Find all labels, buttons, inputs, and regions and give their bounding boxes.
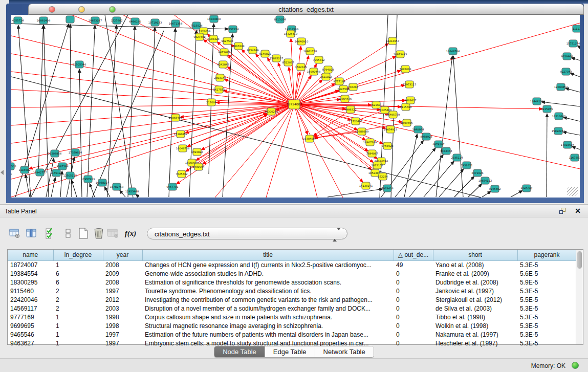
- graph-node[interactable]: 16046756: [176, 145, 189, 152]
- table-row[interactable]: 911546021997Tourette syndrome. Phenomeno…: [8, 287, 576, 295]
- graph-node[interactable]: 7986322: [344, 106, 356, 113]
- graph-node[interactable]: 6497568: [337, 85, 349, 93]
- graph-node[interactable]: 7932621: [461, 162, 472, 169]
- graph-node[interactable]: 1562615: [295, 63, 307, 71]
- graph-node[interactable]: 8215955: [541, 105, 553, 113]
- graph-node[interactable]: 1145194: [50, 169, 62, 177]
- column-header-in-degree[interactable]: in_degree: [53, 250, 103, 260]
- graph-node[interactable]: 2935114: [451, 154, 463, 161]
- column-header-year[interactable]: year: [103, 250, 142, 260]
- graph-node[interactable]: 17957223: [81, 176, 95, 183]
- graph-node[interactable]: 17016504: [561, 141, 575, 148]
- graph-node[interactable]: 9245082: [520, 185, 532, 192]
- graph-node[interactable]: 20891406: [37, 17, 50, 24]
- graph-node[interactable]: 62160: [372, 101, 381, 108]
- graph-node[interactable]: 1840954: [412, 126, 424, 133]
- graph-node[interactable]: 12973115: [403, 81, 416, 88]
- graph-node[interactable]: 2867608: [232, 42, 244, 50]
- column-header-short[interactable]: short: [433, 250, 517, 260]
- tab-node-table[interactable]: Node Table: [214, 346, 265, 357]
- graph-node[interactable]: 7857224: [227, 26, 239, 33]
- graph-node[interactable]: 1621022: [320, 73, 332, 80]
- graph-node[interactable]: 6879197: [432, 141, 444, 148]
- network-window[interactable]: citations_edges.txt 40557242089140610653…: [6, 4, 584, 203]
- graph-node[interactable]: 9777169: [333, 78, 345, 85]
- graph-node[interactable]: 9463627: [404, 97, 416, 104]
- graph-node[interactable]: 17359924: [69, 149, 82, 156]
- table-vertical-scrollbar[interactable]: [576, 250, 583, 344]
- graph-node[interactable]: 15166852: [174, 130, 187, 138]
- graph-node[interactable]: 9457791: [166, 183, 178, 190]
- column-header-out-de-[interactable]: △ out_de...: [394, 250, 433, 260]
- graph-node[interactable]: 1115682: [18, 166, 30, 173]
- graph-node[interactable]: 20206856: [48, 150, 61, 157]
- graph-node[interactable]: 19384554: [303, 135, 317, 142]
- graph-node[interactable]: 9827508: [193, 33, 205, 40]
- delete-table-icon[interactable]: [93, 227, 105, 240]
- graph-node[interactable]: 8471026: [471, 169, 483, 177]
- graph-node[interactable]: 1615152: [371, 162, 383, 169]
- graph-node[interactable]: 10688609: [355, 128, 368, 135]
- graph-node[interactable]: 16671358: [169, 20, 182, 27]
- graph-node[interactable]: 10654112: [478, 177, 492, 184]
- network-window-titlebar[interactable]: citations_edges.txt: [28, 4, 584, 15]
- graph-node[interactable]: 16990448: [307, 68, 320, 75]
- graph-node[interactable]: 9227343: [560, 68, 572, 75]
- graph-node[interactable]: 12444136: [530, 98, 543, 105]
- table-row[interactable]: 1830029562008Estimation of significance …: [8, 278, 576, 287]
- graph-node[interactable]: 9397588: [56, 163, 68, 170]
- graph-node[interactable]: 746266: [348, 83, 358, 91]
- graph-node[interactable]: 11123: [573, 25, 580, 32]
- graph-node[interactable]: 9794028: [322, 66, 334, 73]
- function-builder-icon[interactable]: f(x): [124, 227, 137, 240]
- network-canvas[interactable]: 4055724208914061065328715276026466160107…: [11, 15, 580, 198]
- graph-node[interactable]: 1167553: [569, 154, 580, 161]
- graph-node[interactable]: 9242845: [217, 61, 229, 68]
- graph-node[interactable]: 16782753: [110, 183, 123, 190]
- graph-node[interactable]: 12213957: [386, 37, 399, 45]
- graph-node[interactable]: 15885207: [270, 55, 283, 62]
- table-row[interactable]: 1938455462009Genome-wide association stu…: [8, 269, 576, 278]
- graph-node[interactable]: 12923448: [125, 188, 139, 195]
- graph-node[interactable]: 15892971: [552, 127, 565, 135]
- float-window-icon[interactable]: [559, 208, 567, 214]
- graph-node[interactable]: 2803144: [214, 74, 226, 81]
- graph-node[interactable]: 16033809: [207, 15, 221, 23]
- graph-node[interactable]: 16210643: [552, 113, 565, 120]
- graph-node[interactable]: 9427552: [213, 86, 225, 93]
- tab-edge-table[interactable]: Edge Table: [265, 346, 315, 357]
- graph-node[interactable]: 16648784: [446, 48, 460, 55]
- select-columns-checklist-icon[interactable]: [44, 227, 56, 240]
- new-table-icon[interactable]: [77, 227, 90, 240]
- graph-node[interactable]: 9756928: [381, 142, 393, 149]
- graph-node[interactable]: 1490994: [192, 163, 205, 170]
- graph-node[interactable]: 9329966: [561, 53, 573, 60]
- graph-node[interactable]: 8813054: [274, 16, 286, 23]
- table-options-icon[interactable]: [9, 227, 21, 240]
- graph-node[interactable]: 8454749: [247, 47, 258, 54]
- graph-node[interactable]: 252254: [378, 173, 388, 180]
- table-row[interactable]: 1872400712008Changes of HCN gene express…: [8, 260, 576, 269]
- column-header-name[interactable]: name: [8, 250, 53, 260]
- graph-node[interactable]: 9699695: [401, 119, 412, 126]
- tab-network-table[interactable]: Network Table: [315, 346, 374, 357]
- graph-node[interactable]: 12093852: [554, 83, 568, 91]
- graph-node[interactable]: 13942757: [33, 169, 47, 176]
- table-row[interactable]: 1456911722003Disruption of a novel membe…: [8, 304, 576, 313]
- graph-node[interactable]: 7955812: [313, 56, 324, 63]
- graph-node[interactable]: 9627508: [221, 37, 233, 45]
- graph-node[interactable]: 7684067: [366, 150, 378, 157]
- table-row[interactable]: 977716911998Corpus callosum shape and si…: [8, 313, 576, 321]
- graph-node[interactable]: 2518505: [11, 163, 16, 170]
- graph-node[interactable]: 6466160: [129, 18, 141, 25]
- graph-node[interactable]: 1527602: [111, 17, 122, 24]
- graph-node[interactable]: 9115460: [400, 103, 411, 111]
- citation-network-graph[interactable]: 4055724208914061065328715276026466160107…: [11, 15, 580, 198]
- table-selector-dropdown[interactable]: citations_edges.txt: [147, 228, 347, 239]
- graph-node[interactable]: 217004: [206, 99, 217, 106]
- graph-node[interactable]: 1493822: [191, 148, 203, 156]
- graph-node[interactable]: 9474444: [440, 147, 452, 155]
- graph-node[interactable]: 15720407: [349, 118, 362, 125]
- graph-node[interactable]: 8958923: [420, 133, 432, 140]
- scrollbar-thumb[interactable]: [577, 251, 582, 269]
